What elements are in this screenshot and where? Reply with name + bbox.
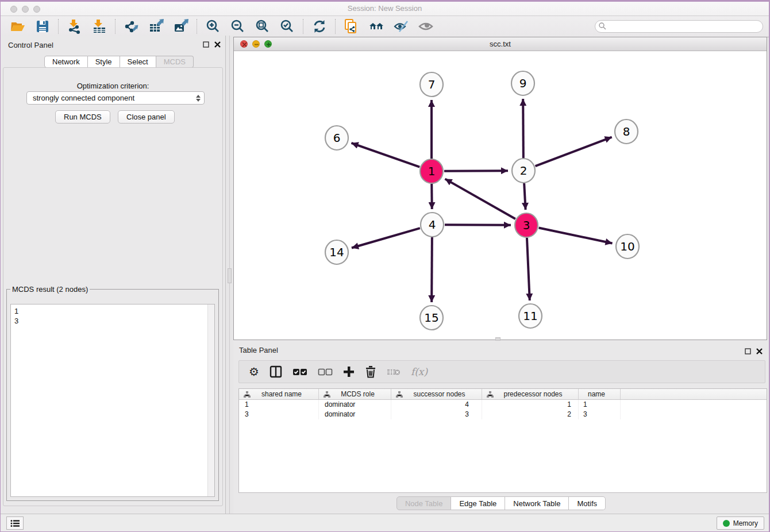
- node-label-8: 8: [623, 125, 630, 138]
- hide-selected-icon[interactable]: [393, 19, 409, 34]
- search-input[interactable]: [595, 20, 763, 33]
- close-panel-icon[interactable]: [214, 41, 221, 48]
- table-header-row: shared nameMCDS rolesuccessor nodesprede…: [239, 389, 767, 400]
- edge-2-8[interactable]: [536, 137, 612, 167]
- export-network-icon[interactable]: [124, 19, 139, 34]
- table-close-panel-icon[interactable]: [756, 348, 763, 355]
- window-title: Session: New Session: [1, 4, 769, 13]
- first-neighbors-icon[interactable]: [368, 19, 384, 34]
- result-scrollbar[interactable]: [207, 304, 214, 496]
- column-header-shared-name[interactable]: shared name: [239, 389, 319, 399]
- export-table-icon[interactable]: [148, 19, 164, 34]
- tab-style[interactable]: Style: [88, 56, 120, 68]
- table-toolbar: ⚙ f(x): [238, 360, 765, 383]
- horizontal-splitter-handle[interactable]: [495, 337, 500, 341]
- cell-shared-name[interactable]: 3: [239, 410, 319, 419]
- column-header-mcds-role[interactable]: MCDS role: [319, 389, 391, 399]
- column-header-name[interactable]: name: [579, 389, 621, 399]
- zoom-in-icon[interactable]: [205, 19, 221, 34]
- edge-2-3[interactable]: [524, 183, 525, 210]
- deselect-all-rows-icon[interactable]: [318, 364, 333, 379]
- column-header-successor-nodes[interactable]: successor nodes: [391, 389, 482, 399]
- refresh-icon[interactable]: [311, 19, 327, 34]
- application-window: Session: New Session: [1, 2, 769, 531]
- zoom-fit-icon[interactable]: [255, 19, 270, 34]
- edge-2-9[interactable]: [523, 99, 523, 158]
- optimization-select-value: strongly connected component: [33, 94, 134, 102]
- show-all-icon[interactable]: [418, 19, 433, 34]
- cell-name[interactable]: 1: [579, 400, 621, 410]
- edge-1-2[interactable]: [444, 171, 508, 171]
- edge-3-11[interactable]: [527, 238, 530, 300]
- node-label-14: 14: [329, 245, 344, 259]
- node-table[interactable]: shared nameMCDS rolesuccessor nodesprede…: [238, 388, 767, 493]
- zoom-selected-icon[interactable]: [279, 19, 295, 34]
- cell-mcds-role[interactable]: dominator: [319, 410, 391, 419]
- close-panel-button[interactable]: Close panel: [118, 110, 175, 124]
- edge-4-15[interactable]: [432, 237, 432, 302]
- zoom-out-icon[interactable]: [230, 19, 245, 34]
- import-network-icon[interactable]: [67, 19, 82, 34]
- optimization-select[interactable]: strongly connected component: [26, 91, 205, 105]
- tab-mcds[interactable]: MCDS: [156, 56, 194, 68]
- cell-successor-nodes[interactable]: 4: [391, 400, 482, 410]
- tab-network-table[interactable]: Network Table: [505, 496, 569, 510]
- node-label-3: 3: [523, 218, 530, 232]
- add-row-icon[interactable]: [343, 364, 355, 379]
- column-header-predecessor-nodes[interactable]: predecessor nodes: [482, 389, 579, 399]
- status-bar: Memory: [1, 514, 769, 531]
- export-image-icon[interactable]: [173, 19, 188, 34]
- edge-3-1[interactable]: [445, 179, 515, 219]
- search-box: [595, 20, 763, 33]
- run-mcds-button[interactable]: Run MCDS: [55, 110, 110, 124]
- cell-shared-name[interactable]: 1: [239, 400, 319, 410]
- tab-network[interactable]: Network: [44, 56, 88, 68]
- control-panel-header: Control Panel: [1, 36, 225, 55]
- clone-network-icon[interactable]: [344, 19, 359, 34]
- edge-4-3[interactable]: [445, 225, 511, 225]
- tab-select[interactable]: Select: [120, 56, 156, 68]
- node-label-4: 4: [429, 218, 436, 232]
- cell-name[interactable]: 3: [579, 410, 621, 419]
- show-columns-icon[interactable]: [270, 364, 282, 379]
- node-label-10: 10: [620, 240, 634, 253]
- panel-splitter[interactable]: [226, 36, 233, 514]
- edge-1-6[interactable]: [351, 143, 419, 167]
- network-window-header[interactable]: scc.txt: [234, 37, 767, 51]
- edge-4-14[interactable]: [352, 228, 420, 248]
- memory-button[interactable]: Memory: [717, 516, 764, 530]
- float-panel-icon[interactable]: [202, 41, 210, 48]
- import-table-icon[interactable]: [91, 19, 107, 34]
- cell-mcds-role[interactable]: dominator: [319, 400, 391, 410]
- open-session-icon[interactable]: [10, 19, 25, 34]
- network-graph-canvas[interactable]: 7968124314101511: [234, 51, 767, 340]
- node-label-11: 11: [523, 309, 537, 323]
- optimization-criterion-label: Optimization criterion:: [3, 82, 222, 90]
- table-panel-title: Table Panel: [239, 346, 278, 354]
- title-bar: Session: New Session: [1, 2, 769, 16]
- splitter-handle[interactable]: [228, 268, 232, 283]
- table-panel-header: Table Panel: [233, 342, 769, 356]
- mcds-result-list[interactable]: 13: [10, 304, 215, 497]
- mcds-result-title: MCDS result (2 nodes): [10, 285, 90, 294]
- tab-edge-table[interactable]: Edge Table: [451, 496, 505, 510]
- control-panel-title: Control Panel: [8, 41, 53, 49]
- table-float-panel-icon[interactable]: [744, 348, 752, 355]
- function-builder-icon-disabled: f(x): [411, 364, 428, 379]
- settings-gear-icon[interactable]: ⚙: [249, 364, 259, 379]
- table-row[interactable]: 3dominator323: [239, 410, 767, 419]
- cell-successor-nodes[interactable]: 3: [391, 410, 482, 419]
- save-session-icon[interactable]: [34, 19, 50, 34]
- cell-predecessor-nodes[interactable]: 1: [482, 400, 579, 410]
- table-row[interactable]: 1dominator411: [239, 400, 767, 410]
- edge-3-10[interactable]: [539, 228, 613, 244]
- mcds-result-node: 3: [11, 316, 214, 326]
- tab-node-table[interactable]: Node Table: [396, 496, 452, 510]
- mcds-result-box: MCDS result (2 nodes) 13: [6, 285, 219, 501]
- cell-predecessor-nodes[interactable]: 2: [482, 410, 579, 419]
- delete-row-icon[interactable]: [365, 364, 376, 379]
- task-history-button[interactable]: [6, 516, 24, 530]
- node-label-2: 2: [520, 164, 528, 178]
- select-all-rows-icon[interactable]: [292, 364, 307, 379]
- tab-motifs[interactable]: Motifs: [569, 496, 606, 510]
